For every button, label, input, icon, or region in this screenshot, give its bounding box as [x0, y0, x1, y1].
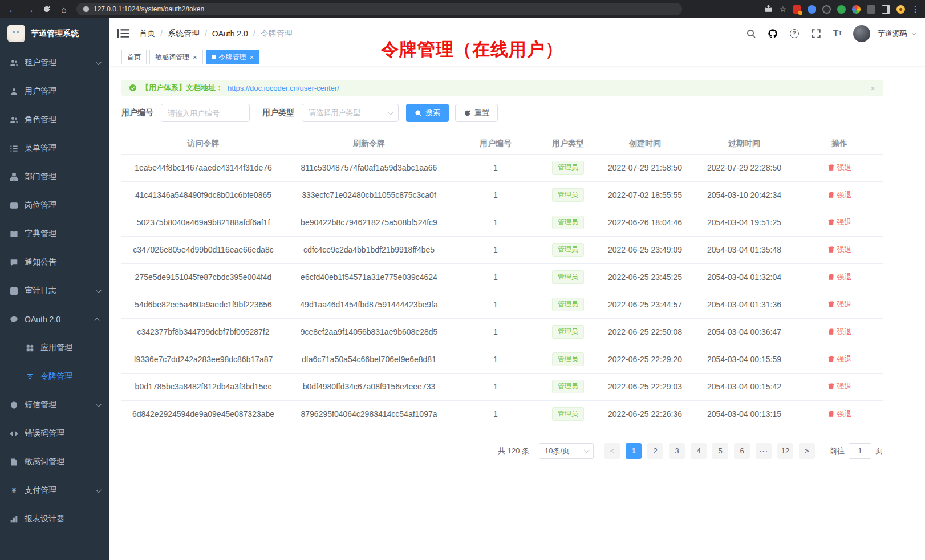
reload-icon[interactable]	[40, 2, 54, 16]
more-pages-button[interactable]: ···	[756, 443, 772, 459]
page-size-select[interactable]: 10条/页	[539, 443, 594, 459]
force-logout-button[interactable]: 强退	[827, 163, 852, 173]
refresh-token-cell: 333ecfc71e02480cb11055c875c3ca0f	[285, 181, 453, 209]
force-logout-button[interactable]: 强退	[827, 354, 852, 364]
extensions-puzzle-icon[interactable]	[867, 5, 875, 14]
sidebar-item-5[interactable]: 岗位管理	[0, 191, 109, 220]
browser-profile-avatar[interactable]: ☻	[896, 5, 905, 14]
user-type-select[interactable]: 请选择用户类型	[302, 104, 399, 122]
user-avatar[interactable]	[853, 25, 870, 42]
breadcrumb-item[interactable]: OAuth 2.0	[212, 29, 248, 38]
expires-at-cell: 2054-03-04 01:32:04	[692, 263, 796, 291]
share-icon[interactable]	[764, 4, 773, 14]
extensions-pinwheel-icon[interactable]	[852, 5, 861, 14]
force-logout-button[interactable]: 强退	[827, 217, 852, 228]
close-icon[interactable]: ×	[250, 54, 254, 61]
extension-icon[interactable]	[808, 5, 816, 14]
reset-button[interactable]: 重置	[455, 104, 498, 122]
page-button-2[interactable]: 2	[647, 443, 663, 459]
sidebar-item-9[interactable]: OAuth 2.0	[0, 305, 109, 334]
font-size-icon[interactable]: TT	[831, 27, 843, 39]
force-logout-button[interactable]: 强退	[827, 409, 852, 419]
tab-2[interactable]: 令牌管理×	[206, 50, 260, 64]
chevron-down-icon	[388, 109, 393, 115]
bookmark-star-icon[interactable]: ☆	[779, 5, 786, 14]
prev-page-button[interactable]: <	[604, 443, 620, 459]
page-button-1[interactable]: 1	[626, 443, 642, 459]
search-button[interactable]: 搜索	[406, 104, 449, 122]
force-logout-button[interactable]: 强退	[827, 299, 852, 310]
chevron-down-icon	[96, 287, 102, 293]
user-type-badge: 管理员	[552, 161, 584, 175]
side-panel-icon[interactable]	[882, 5, 890, 14]
user-menu[interactable]: 芋道源码	[878, 29, 915, 39]
page-buttons: 123456···12	[626, 443, 793, 459]
sidebar-item-label: 岗位管理	[25, 200, 56, 210]
sidebar-item-label: 令牌管理	[40, 371, 72, 382]
extension-icon[interactable]	[837, 5, 846, 14]
force-logout-button[interactable]: 强退	[827, 245, 852, 255]
extension-icon[interactable]	[793, 5, 801, 14]
force-logout-button[interactable]: 强退	[827, 327, 852, 337]
sidebar-subitem-9-0[interactable]: 应用管理	[0, 334, 109, 362]
goto-page-input[interactable]	[849, 443, 871, 459]
page-button-12[interactable]: 12	[777, 443, 793, 459]
address-bar[interactable]: 127.0.0.1:1024/system/oauth2/token	[76, 3, 682, 15]
app-logo[interactable]: 芋道管理系统	[0, 18, 109, 48]
sidebar-item-0[interactable]: 租户管理	[0, 48, 109, 77]
forward-icon[interactable]: →	[23, 2, 36, 16]
delete-icon	[827, 301, 835, 308]
browser-menu-icon[interactable]: ⋮	[911, 5, 919, 14]
tab-1[interactable]: 敏感词管理×	[149, 50, 203, 64]
help-icon[interactable]: ?	[788, 27, 800, 39]
search-icon[interactable]	[745, 27, 757, 39]
sidebar-item-7[interactable]: 通知公告	[0, 248, 109, 277]
sidebar-item-3[interactable]: 菜单管理	[0, 134, 109, 163]
force-logout-button[interactable]: 强退	[827, 382, 852, 392]
force-logout-button[interactable]: 强退	[827, 190, 852, 200]
page-button-4[interactable]: 4	[691, 443, 707, 459]
sidebar-item-8[interactable]: 审计日志	[0, 277, 109, 305]
page-button-3[interactable]: 3	[669, 443, 685, 459]
user-id-input[interactable]	[161, 104, 250, 122]
chevron-down-icon	[96, 59, 102, 65]
fullscreen-icon[interactable]	[810, 27, 822, 39]
breadcrumb-item[interactable]: 首页	[139, 29, 155, 39]
sidebar-toggle-icon[interactable]	[117, 28, 129, 39]
page-button-5[interactable]: 5	[712, 443, 728, 459]
extension-icon[interactable]	[822, 5, 831, 14]
home-icon[interactable]: ⌂	[57, 2, 71, 16]
close-icon[interactable]: ×	[193, 54, 197, 61]
force-logout-button[interactable]: 强退	[827, 272, 852, 282]
page-button-6[interactable]: 6	[734, 443, 750, 459]
col-access-token: 访问令牌	[121, 133, 285, 154]
doc-link[interactable]: https://doc.iocoder.cn/user-center/	[228, 84, 339, 92]
col-actions: 操作	[796, 133, 883, 154]
sidebar-item-6[interactable]: 字典管理	[0, 220, 109, 248]
site-info-icon[interactable]	[83, 6, 90, 13]
sidebar-item-12[interactable]: 敏感词管理	[0, 448, 109, 476]
access-token-cell: 6d842e2924594de9a09e45e087323abe	[121, 400, 285, 428]
user-type-badge: 管理员	[552, 325, 584, 339]
user-type-label: 用户类型	[262, 108, 294, 118]
sidebar-item-1[interactable]: 用户管理	[0, 77, 109, 105]
sidebar-item-label: 菜单管理	[25, 143, 56, 153]
refresh-token-cell: e6cfd40eb1f54571a31e775e039c4624	[285, 263, 453, 291]
annotation-text: 令牌管理（在线用户）	[381, 38, 563, 62]
sidebar-item-11[interactable]: 错误码管理	[0, 419, 109, 448]
sidebar-item-14[interactable]: 报表设计器	[0, 505, 109, 533]
close-icon[interactable]: ×	[870, 84, 875, 92]
tab-0[interactable]: 首页	[121, 50, 147, 64]
sidebar-item-4[interactable]: 部门管理	[0, 163, 109, 191]
next-page-button[interactable]: >	[799, 443, 815, 459]
sidebar-item-10[interactable]: 短信管理	[0, 391, 109, 419]
sidebar-item-13[interactable]: ¥支付管理	[0, 476, 109, 505]
refresh-token-cell: 8796295f04064c2983414cc54af1097a	[285, 400, 453, 428]
breadcrumb-item[interactable]: 系统管理	[168, 29, 200, 39]
back-icon[interactable]: ←	[6, 2, 19, 16]
errcode-icon	[10, 429, 18, 438]
tab-label: 首页	[127, 52, 141, 62]
sidebar-item-2[interactable]: 角色管理	[0, 105, 109, 134]
sidebar-subitem-9-1[interactable]: 令牌管理	[0, 362, 109, 391]
github-icon[interactable]	[766, 27, 778, 39]
